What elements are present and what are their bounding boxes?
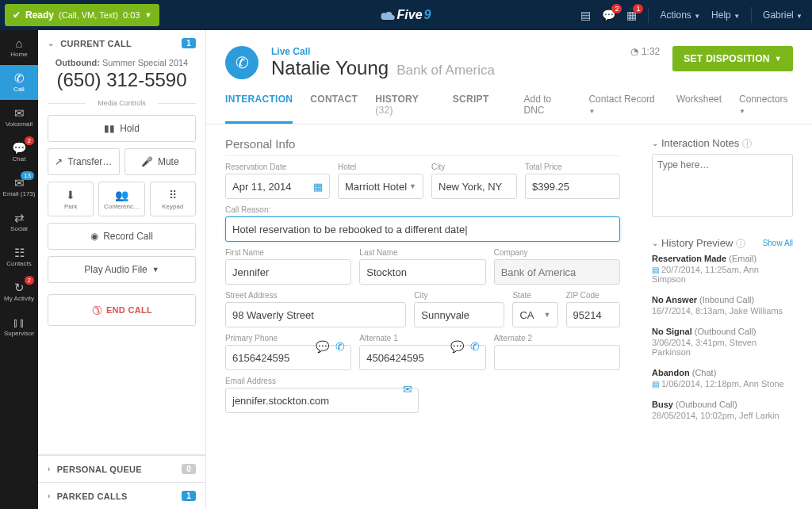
campaign-line: Outbound: Summer Special 2014 [48, 58, 196, 67]
chat-icon[interactable]: 💬2 [602, 9, 615, 21]
park-button[interactable]: ⬇Park [48, 182, 94, 216]
menu-user[interactable]: Gabriel ▼ [763, 10, 802, 21]
history-item[interactable]: Busy (Outbound Call) 28/05/2014, 10:02pm… [652, 400, 793, 420]
tab-history[interactable]: HISTORY (32) [375, 94, 435, 124]
form: Personal Info Reservation Date Apr 11, 2… [225, 137, 620, 496]
call-reason-input[interactable] [225, 216, 620, 242]
history-item[interactable]: Reservation Made (Email) ▤20/7/2014, 11:… [652, 254, 793, 284]
phone-number: (650) 312-5590 [48, 69, 196, 91]
chevron-down-icon: ⌄ [652, 239, 658, 247]
primary-phone-input[interactable] [225, 345, 351, 370]
current-call-header[interactable]: ⌄ CURRENT CALL 1 [38, 30, 205, 56]
sidebar-item-email[interactable]: 13✉Email (173) [0, 170, 38, 205]
chevron-down-icon: ▼ [144, 11, 151, 19]
sidebar-item-voicemail[interactable]: ✉Voicemail [0, 100, 38, 135]
sidebar-item-home[interactable]: ⌂Home [0, 30, 38, 65]
end-call-button[interactable]: ✆END CALL [48, 294, 196, 326]
tab-contact[interactable]: CONTACT [310, 94, 358, 124]
contacts-icon: ☷ [14, 247, 25, 258]
personal-queue-header[interactable]: › PERSONAL QUEUE 0 [38, 456, 205, 482]
voicemail-icon: ✉ [14, 107, 25, 119]
play-audio-button[interactable]: Play Audio File▼ [48, 256, 196, 283]
tabs: INTERACTION CONTACT HISTORY (32) SCRIPT … [206, 79, 812, 124]
link-worksheet[interactable]: Worksheet [676, 94, 722, 124]
call-icon[interactable]: ✆ [335, 340, 345, 353]
right-column: ⌄Interaction Notesi ⌄History Previewi Sh… [652, 137, 793, 496]
sidebar-item-contacts[interactable]: ☷Contacts [0, 239, 38, 274]
city-input[interactable] [431, 174, 517, 199]
show-all-link[interactable]: Show All [763, 239, 793, 247]
sidebar-item-social[interactable]: ⇄Social [0, 205, 38, 239]
menu-help[interactable]: Help ▼ [711, 10, 740, 21]
set-disposition-button[interactable]: SET DISPOSITION▼ [672, 46, 793, 71]
zip-input[interactable] [566, 302, 620, 327]
link-add-dnc[interactable]: Add to DNC [524, 94, 572, 124]
first-name-input[interactable] [225, 259, 351, 285]
sidebar-item-activity[interactable]: 2↻My Activity [0, 274, 38, 309]
sms-icon[interactable]: 💬 [316, 340, 329, 353]
mute-button[interactable]: 🎤Mute [124, 148, 197, 175]
main-area: ✆ Live Call Natalie YoungBank of America… [206, 30, 812, 509]
chat-icon: 💬 [12, 142, 27, 154]
hotel-select[interactable]: Marriott Hotel▼ [338, 174, 423, 199]
phone-icon: ✆ [14, 72, 25, 84]
alt2-phone-input[interactable] [494, 345, 620, 370]
history-item[interactable]: Abandon (Chat) ▤1/06/2014, 12:18pm, Ann … [652, 368, 793, 388]
calendar-icon: ▦ [313, 181, 323, 193]
link-connectors[interactable]: Connectors ▼ [739, 94, 793, 124]
reservation-date-input[interactable]: Apr 11, 2014▦ [225, 174, 330, 199]
parked-calls-count: 1 [182, 491, 196, 501]
addr-city-input[interactable] [414, 302, 504, 327]
conference-button[interactable]: 👥Conferenc… [98, 182, 144, 216]
chevron-right-icon: › [48, 492, 51, 500]
company-input [494, 259, 620, 285]
last-name-input[interactable] [359, 259, 485, 285]
hold-button[interactable]: ▮▮Hold [48, 115, 196, 142]
chevron-down-icon: ▼ [152, 266, 159, 274]
notes-textarea[interactable] [652, 154, 793, 217]
call-icon[interactable]: ✆ [470, 340, 480, 353]
status-timer: 0:03 [123, 10, 140, 20]
email-icon[interactable]: ✉ [403, 383, 412, 396]
record-button[interactable]: ◉Record Call [48, 223, 196, 250]
parked-calls-header[interactable]: › PARKED CALLS 1 [38, 482, 205, 509]
history-item[interactable]: No Signal (Outbound Call) 3/06/2014, 3:4… [652, 327, 793, 357]
agent-status-pill[interactable]: ✔ Ready (Call, VM, Text) 0:03 ▼ [5, 4, 159, 26]
current-call-count: 1 [182, 38, 196, 48]
calendar-icon[interactable]: ▦1 [626, 9, 637, 21]
book-icon[interactable]: ▤ [580, 9, 591, 21]
check-icon: ✔ [13, 10, 21, 21]
sms-icon[interactable]: 💬 [450, 340, 464, 353]
tab-script[interactable]: SCRIPT [453, 94, 489, 124]
history-item[interactable]: No Answer (Inbound Call) 16/7/2014, 8:13… [652, 295, 793, 316]
call-panel: ⌄ CURRENT CALL 1 Outbound: Summer Specia… [38, 30, 206, 509]
phone-hangup-icon: ✆ [88, 301, 105, 319]
keypad-button[interactable]: ⠿Keypad [150, 182, 196, 216]
tab-interaction[interactable]: INTERACTION [225, 94, 293, 124]
park-icon: ⬇ [66, 189, 75, 201]
sidebar-item-chat[interactable]: 2💬Chat [0, 135, 38, 170]
activity-icon: ↻ [14, 281, 25, 293]
chevron-down-icon: ▼ [544, 311, 551, 319]
sidebar-item-supervisor[interactable]: ⫿⫿Supervisor [0, 309, 38, 344]
email-input[interactable] [225, 388, 419, 413]
social-icon: ⇄ [14, 212, 25, 224]
menu-actions[interactable]: Actions ▼ [660, 10, 700, 21]
total-price-input[interactable] [525, 174, 620, 199]
contact-name: Natalie YoungBank of America [271, 57, 618, 79]
status-text: Ready [25, 10, 54, 21]
record-icon: ◉ [90, 231, 98, 242]
chevron-down-icon: ▼ [409, 182, 416, 190]
alt1-phone-input[interactable] [359, 345, 485, 370]
transfer-button[interactable]: ↗Transfer… [48, 148, 120, 175]
cloud-icon [381, 8, 396, 22]
doc-icon: ▤ [652, 266, 659, 274]
state-select[interactable]: CA▼ [512, 302, 557, 327]
conference-icon: 👥 [115, 189, 128, 201]
street-input[interactable] [225, 302, 406, 327]
history-list: Reservation Made (Email) ▤20/7/2014, 11:… [652, 254, 793, 420]
sidebar-item-call[interactable]: ✆Call [0, 65, 38, 100]
status-modes: (Call, VM, Text) [59, 10, 118, 20]
phone-icon: ✆ [236, 53, 249, 72]
link-contact-record[interactable]: Contact Record ▼ [588, 94, 659, 124]
